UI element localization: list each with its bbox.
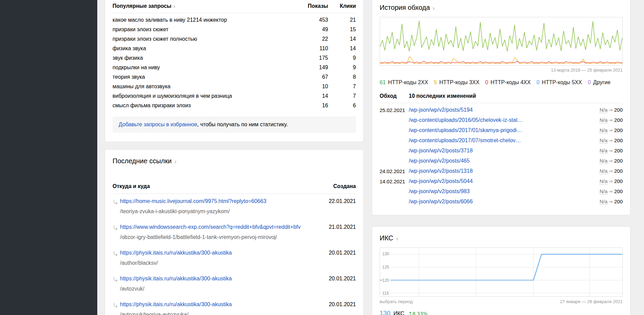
status-change: N/a ⇒ 200: [600, 199, 623, 205]
crawl-table: 25.02.2021 /wp-json/wp/v2/posts/5194 N/a…: [380, 103, 623, 207]
changes-column-header: 10 последних изменений: [409, 93, 623, 99]
iks-value-row: 130 ИКС ↑8,33%: [380, 310, 623, 315]
query-row: машины для автозвука 10 7: [113, 82, 356, 91]
legend-item-2xx: 61 HTTP-коды 2XX: [380, 79, 428, 86]
iks-value-link[interactable]: 130: [380, 310, 390, 315]
y-axis-label: 125: [382, 265, 390, 270]
link-created-date: 21.01.2021: [321, 224, 356, 240]
popular-queries-table: какое масло заливать в ниву 21214 инжект…: [113, 13, 356, 110]
current-status: 200: [614, 168, 623, 174]
status-change: N/a ⇒ 200: [600, 168, 623, 174]
crawl-history-title-link[interactable]: История обхода ›: [380, 4, 435, 12]
link-created-date: 20.01.2021: [321, 276, 356, 292]
sidebar: [0, 0, 97, 315]
iks-delta: ↑8,33%: [408, 311, 427, 315]
current-status: 200: [614, 137, 623, 143]
link-texts: https://www.windowssearch-exp.com/search…: [120, 224, 321, 240]
link-texts: https://home-music.livejournal.com/9975.…: [120, 198, 321, 215]
previous-status[interactable]: N/a: [600, 148, 607, 154]
previous-status[interactable]: N/a: [600, 117, 607, 124]
select-period-link[interactable]: выбрать период: [380, 299, 413, 304]
y-axis-label: 130: [382, 252, 390, 256]
crawl-row: 25.02.2021 /wp-json/wp/v2/posts/5194 N/a…: [380, 105, 623, 115]
recent-links-header-row: Откуда и куда Создана: [113, 183, 356, 194]
crawled-url-link[interactable]: /wp-json/wp/v2/posts/5194: [409, 107, 596, 113]
query-text: какое масло заливать в ниву 21214 инжект…: [113, 17, 290, 23]
legend-count: 61: [380, 79, 386, 86]
link-source-url[interactable]: https://physik.itais.ru/ru/akkustika/300…: [120, 301, 232, 308]
link-target-path: /avtozvuk/teoriya-avtozvuka/: [120, 312, 321, 315]
iks-value-label: ИКС: [394, 311, 404, 315]
crawled-url-link[interactable]: /wp-json/wp/v2/posts/3718: [409, 148, 596, 154]
crawled-url-link[interactable]: /wp-content/uploads/2016/05/chelovek-iz-…: [409, 117, 596, 123]
link-source-url[interactable]: https://physik.itais.ru/ru/akkustika/300…: [120, 250, 232, 256]
link-source-url[interactable]: https://www.windowssearch-exp.com/search…: [120, 224, 301, 230]
previous-status[interactable]: N/a: [600, 138, 607, 144]
right-column: История обхода › 13 марта 2018 — 25 февр…: [372, 0, 630, 315]
link-target-path: /obzor-igry-battlefield-1/battlefield-1-…: [120, 234, 321, 240]
link-arrow-icon: [113, 198, 120, 215]
previous-status[interactable]: N/a: [600, 168, 607, 174]
crawl-history-card: История обхода › 13 марта 2018 — 25 февр…: [372, 0, 630, 215]
crawled-url-link[interactable]: /wp-json/wp/v2/posts/6066: [409, 199, 596, 205]
clicks-value: 15: [328, 26, 356, 33]
status-change-arrow-icon: ⇒: [609, 168, 613, 174]
y-axis-label: 115: [382, 291, 390, 296]
status-change: N/a ⇒ 200: [600, 107, 623, 113]
clicks-value: 7: [328, 93, 356, 99]
iks-title-link[interactable]: ИКС ›: [380, 234, 398, 242]
current-status: 200: [614, 199, 623, 204]
popular-queries-title-link[interactable]: Популярные запросы ›: [113, 3, 290, 9]
crawl-row: /wp-content/uploads/2017/07/smotret-chel…: [380, 135, 623, 146]
current-status: 200: [614, 158, 623, 164]
previous-status[interactable]: N/a: [600, 158, 607, 164]
clicks-value: 7: [328, 84, 356, 90]
legend-item-3xx: 5 HTTP-коды 3XX: [434, 79, 479, 86]
clicks-value: 21: [328, 17, 356, 23]
crawl-row: /wp-json/wp/v2/posts/3718 N/a ⇒ 200: [380, 146, 623, 156]
impressions-value: 110: [290, 45, 328, 52]
status-change-arrow-icon: ⇒: [609, 107, 613, 113]
previous-status[interactable]: N/a: [600, 189, 607, 195]
clicks-value: 6: [328, 103, 356, 109]
status-change: N/a ⇒ 200: [600, 188, 623, 195]
query-text: машины для автозвука: [113, 84, 290, 90]
crawled-url-link[interactable]: /wp-json/wp/v2/posts/1318: [409, 168, 596, 174]
query-text: теория звука: [113, 74, 290, 80]
link-target-path: /avtozvuk/: [120, 286, 321, 292]
impressions-value: 16: [290, 103, 328, 109]
link-source-url[interactable]: https://home-music.livejournal.com/9975.…: [120, 198, 266, 204]
query-text: физика звука: [113, 45, 290, 52]
legend-item-4xx: 0 HTTP-коды 4XX: [485, 79, 530, 86]
crawl-history-chart[interactable]: [380, 17, 623, 66]
iks-chart-footer: выбрать период 27 января — 26 февраля 20…: [380, 299, 623, 304]
crawl-row: /wp-json/wp/v2/posts/465 N/a ⇒ 200: [380, 156, 623, 166]
query-row: призраки элоиз сюжет 49 15: [113, 25, 356, 34]
link-texts: https://physik.itais.ru/ru/akkustika/300…: [120, 250, 321, 266]
iks-date-range: 27 января — 26 февраля 2021: [560, 299, 623, 304]
crawl-legend: 61 HTTP-коды 2XX 5 HTTP-коды 3XX 0 HTTP-…: [380, 79, 623, 86]
previous-status[interactable]: N/a: [600, 179, 607, 185]
crawled-url-link[interactable]: /wp-json/wp/v2/posts/465: [409, 158, 596, 164]
status-change-arrow-icon: ⇒: [609, 117, 613, 123]
impressions-value: 14: [290, 93, 328, 99]
add-to-favorites-link[interactable]: Добавьте запросы в избранное: [119, 122, 197, 127]
legend-label: Другие: [593, 79, 610, 86]
query-row: призраки элоиз сюжет полностью 22 14: [113, 34, 356, 44]
impressions-value: 67: [290, 74, 328, 80]
crawled-url-link[interactable]: /wp-content/uploads/2017/07/smotret-chel…: [409, 137, 596, 144]
previous-status[interactable]: N/a: [600, 128, 607, 134]
popular-queries-title: Популярные запросы: [113, 3, 172, 9]
current-status: 200: [614, 178, 623, 184]
crawled-url-link[interactable]: /wp-content/uploads/2017/01/skamya-prigo…: [409, 127, 596, 133]
previous-status[interactable]: N/a: [600, 107, 607, 113]
crawled-url-link[interactable]: /wp-json/wp/v2/posts/5044: [409, 178, 596, 184]
crawled-url-link[interactable]: /wp-json/wp/v2/posts/983: [409, 188, 596, 194]
previous-status[interactable]: N/a: [600, 199, 607, 205]
crawl-date-range: 13 марта 2018 — 25 февраля 2021: [380, 68, 623, 73]
recent-links-title-link[interactable]: Последние ссылки ›: [113, 157, 177, 165]
iks-chart[interactable]: 130125120115: [380, 247, 623, 297]
link-source-url[interactable]: https://physik.itais.ru/ru/akkustika/300…: [120, 276, 232, 282]
status-change: N/a ⇒ 200: [600, 127, 623, 134]
legend-count: 0: [537, 79, 540, 86]
